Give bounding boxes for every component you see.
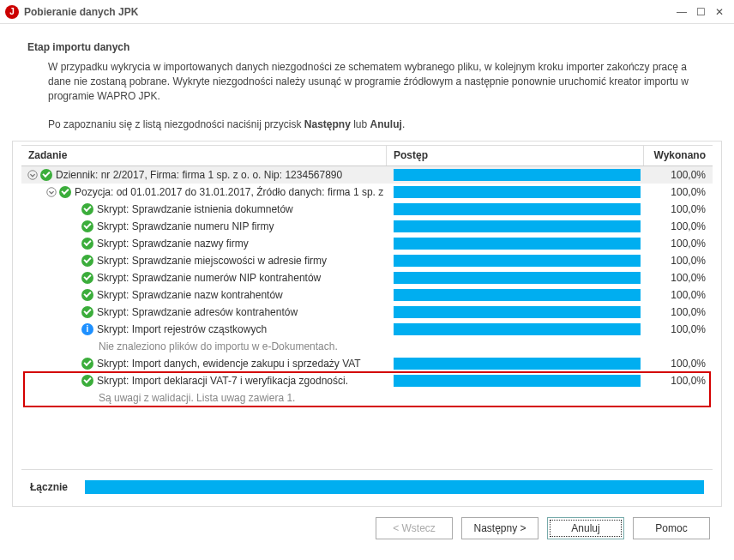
progress-cell xyxy=(387,323,644,335)
table-row[interactable]: Skrypt: Import danych, ewidencje zakupu … xyxy=(21,355,713,372)
total-progress-bar xyxy=(85,480,704,494)
progress-bar xyxy=(394,289,641,301)
progress-cell xyxy=(387,169,644,181)
progress-bar xyxy=(394,358,641,370)
progress-cell xyxy=(387,272,644,284)
task-label: Są uwagi z walidacji. Lista uwag zawiera… xyxy=(99,392,295,404)
table-row[interactable]: Pozycja: od 01.01.2017 do 31.01.2017, Źr… xyxy=(21,184,713,201)
task-label: Dziennik: nr 2/2017, Firma: firma 1 sp. … xyxy=(56,169,342,181)
task-label: Pozycja: od 01.01.2017 do 31.01.2017, Źr… xyxy=(75,186,387,198)
table-row[interactable]: Skrypt: Sprawdzanie nazw kontrahentów100… xyxy=(21,286,713,304)
progress-bar xyxy=(394,186,641,198)
tasks-panel: Zadanie Postęp Wykonano Dziennik: nr 2/2… xyxy=(12,141,722,507)
total-row: Łącznie xyxy=(21,475,713,499)
check-icon xyxy=(81,238,93,250)
task-label: Skrypt: Sprawdzanie istnienia dokumnetów xyxy=(97,203,293,215)
collapse-icon[interactable] xyxy=(27,169,39,181)
table-header: Zadanie Postęp Wykonano xyxy=(21,146,713,166)
stage-heading: Etap importu danych xyxy=(12,41,722,60)
table-row[interactable]: Skrypt: Sprawdzanie numerów NIP kontrahe… xyxy=(21,269,713,286)
window: J Pobieranie danych JPK — ☐ ✕ Etap impor… xyxy=(0,0,734,560)
stage-instruction-dot: . xyxy=(402,118,405,130)
task-cell: Skrypt: Sprawdzanie numerów NIP kontrahe… xyxy=(21,272,387,284)
task-cell: Skrypt: Sprawdzanie nazwy firmy xyxy=(21,238,387,250)
maximize-button[interactable]: ☐ xyxy=(691,4,710,20)
done-cell: 100,0% xyxy=(644,323,713,335)
task-label: Nie znaleziono plików do importu w e-Dok… xyxy=(99,340,338,352)
cancel-button[interactable]: Anuluj xyxy=(547,517,624,539)
table-row[interactable]: Skrypt: Sprawdzanie adresów kontrahentów… xyxy=(21,304,713,321)
task-cell: Skrypt: Sprawdzanie miejscowości w adres… xyxy=(21,255,387,267)
task-cell: Skrypt: Import danych, ewidencje zakupu … xyxy=(21,358,387,370)
progress-bar xyxy=(394,169,641,181)
table-row[interactable]: Skrypt: Sprawdzanie miejscowości w adres… xyxy=(21,252,713,269)
check-icon xyxy=(81,306,93,318)
task-label: Skrypt: Sprawdzanie adresów kontrahentów xyxy=(97,306,298,318)
done-cell: 100,0% xyxy=(644,203,713,215)
stage-desc-text: W przypadku wykrycia w importowanych dan… xyxy=(48,61,689,102)
col-progress-header[interactable]: Postęp xyxy=(387,146,644,166)
task-cell: Skrypt: Sprawdzanie nazw kontrahentów xyxy=(21,289,387,301)
check-icon xyxy=(59,186,71,198)
done-cell: 100,0% xyxy=(644,289,713,301)
done-cell: 100,0% xyxy=(644,169,713,181)
col-done-header[interactable]: Wykonano xyxy=(644,146,713,166)
help-button[interactable]: Pomoc xyxy=(633,517,710,539)
done-cell: 100,0% xyxy=(644,220,713,232)
check-icon xyxy=(81,289,93,301)
check-icon xyxy=(81,358,93,370)
table-body: Dziennik: nr 2/2017, Firma: firma 1 sp. … xyxy=(21,166,713,469)
collapse-icon[interactable] xyxy=(45,186,57,198)
task-cell: Skrypt: Sprawdzanie adresów kontrahentów xyxy=(21,306,387,318)
progress-cell xyxy=(387,186,644,198)
check-icon xyxy=(81,203,93,215)
task-cell: Pozycja: od 01.01.2017 do 31.01.2017, Źr… xyxy=(21,186,387,198)
done-cell: 100,0% xyxy=(644,272,713,284)
wizard-buttons: < Wstecz Następny > Anuluj Pomoc xyxy=(12,507,722,551)
table-row[interactable]: Nie znaleziono plików do importu w e-Dok… xyxy=(21,338,713,355)
progress-bar xyxy=(394,220,641,232)
progress-cell xyxy=(387,358,644,370)
svg-point-1 xyxy=(47,188,57,197)
table-row[interactable]: Dziennik: nr 2/2017, Firma: firma 1 sp. … xyxy=(21,166,713,184)
task-label: Skrypt: Import deklaracji VAT-7 i weryfi… xyxy=(97,375,348,387)
total-label: Łącznie xyxy=(30,481,81,493)
minimize-button[interactable]: — xyxy=(672,4,691,20)
table-row[interactable]: Skrypt: Sprawdzanie nazwy firmy100,0% xyxy=(21,235,713,252)
task-label: Skrypt: Import rejestrów cząstkowych xyxy=(97,323,267,335)
window-title: Pobieranie danych JPK xyxy=(24,6,672,18)
table-row[interactable]: Skrypt: Import rejestrów cząstkowych100,… xyxy=(21,321,713,338)
app-icon: J xyxy=(5,5,19,19)
back-button[interactable]: < Wstecz xyxy=(376,517,453,539)
done-cell: 100,0% xyxy=(644,306,713,318)
task-label: Skrypt: Sprawdzanie miejscowości w adres… xyxy=(97,255,327,267)
progress-cell xyxy=(387,220,644,232)
progress-cell xyxy=(387,375,644,387)
task-cell: Dziennik: nr 2/2017, Firma: firma 1 sp. … xyxy=(21,169,387,181)
close-button[interactable]: ✕ xyxy=(710,4,729,20)
table-row[interactable]: Skrypt: Sprawdzanie numeru NIP firmy100,… xyxy=(21,218,713,235)
progress-bar xyxy=(394,375,641,387)
content: Etap importu danych W przypadku wykrycia… xyxy=(0,24,734,560)
task-label: Skrypt: Sprawdzanie nazwy firmy xyxy=(97,238,249,250)
table-row[interactable]: Są uwagi z walidacji. Lista uwag zawiera… xyxy=(21,389,713,406)
task-cell: Skrypt: Sprawdzanie numeru NIP firmy xyxy=(21,220,387,232)
col-task-header[interactable]: Zadanie xyxy=(21,146,387,166)
progress-bar xyxy=(394,306,641,318)
progress-cell xyxy=(387,289,644,301)
stage-instruction-next: Następny xyxy=(304,118,351,130)
done-cell: 100,0% xyxy=(644,358,713,370)
progress-cell xyxy=(387,238,644,250)
progress-bar xyxy=(394,255,641,267)
task-cell: Skrypt: Import rejestrów cząstkowych xyxy=(21,323,387,335)
titlebar: J Pobieranie danych JPK — ☐ ✕ xyxy=(0,0,734,24)
check-icon xyxy=(81,255,93,267)
table-row[interactable]: Skrypt: Sprawdzanie istnienia dokumnetów… xyxy=(21,201,713,218)
done-cell: 100,0% xyxy=(644,255,713,267)
done-cell: 100,0% xyxy=(644,238,713,250)
next-button[interactable]: Następny > xyxy=(461,517,538,539)
table-row[interactable]: Skrypt: Import deklaracji VAT-7 i weryfi… xyxy=(21,372,713,389)
check-icon xyxy=(81,375,93,387)
task-label: Skrypt: Sprawdzanie numerów NIP kontrahe… xyxy=(97,272,321,284)
progress-bar xyxy=(394,203,641,215)
